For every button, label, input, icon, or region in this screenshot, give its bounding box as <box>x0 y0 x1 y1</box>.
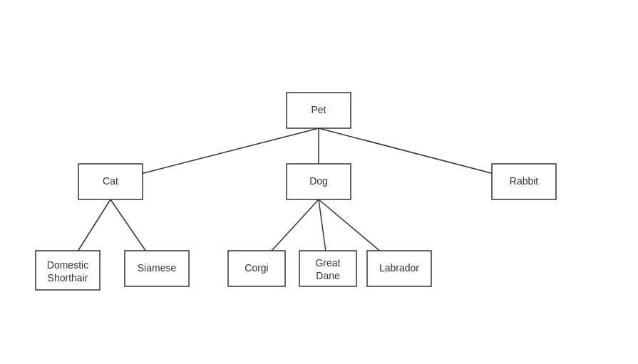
node-cat-label: Cat <box>103 175 118 187</box>
node-greatdane-label-line1: Great <box>315 257 340 269</box>
node-domestic-label-line1: Domestic <box>47 259 88 271</box>
node-domestic-label-line2: Shorthair <box>48 272 88 284</box>
node-rabbit-label: Rabbit <box>510 175 539 187</box>
node-corgi-label: Corgi <box>245 262 268 274</box>
tree-diagram: Pet Cat Dog Rabbit Domestic Shorthair Si… <box>0 0 638 364</box>
node-pet-label: Pet <box>311 104 326 115</box>
node-dog-label: Dog <box>309 175 328 187</box>
node-siamese-label: Siamese <box>138 262 177 274</box>
node-labrador-label: Labrador <box>379 262 419 274</box>
node-greatdane-label-line2: Dane <box>316 270 340 281</box>
